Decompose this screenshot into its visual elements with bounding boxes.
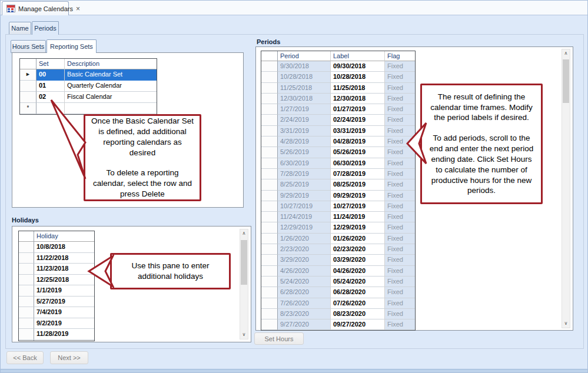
label-cell[interactable]: 02/24/2019 xyxy=(331,115,385,125)
table-row[interactable]: 10/28/2018 10/28/2018 Fixed xyxy=(261,72,415,82)
row-selector-arrow[interactable] xyxy=(20,92,36,103)
table-row[interactable]: 2/23/2020 02/23/2020 Fixed xyxy=(261,244,415,255)
table-row[interactable]: 12/30/2018 12/30/2018 Fixed xyxy=(261,94,415,104)
table-row[interactable]: 8/25/2019 08/25/2019 Fixed xyxy=(261,179,415,190)
table-row[interactable]: 4/28/2019 04/28/2019 Fixed xyxy=(261,136,415,147)
row-selector[interactable] xyxy=(261,277,278,287)
holiday-cell[interactable]: 12/25/2018 xyxy=(34,275,94,286)
back-button[interactable]: << Back xyxy=(6,351,44,364)
row-selector[interactable] xyxy=(19,253,34,264)
row-selector[interactable] xyxy=(261,309,278,319)
tab-reporting-sets[interactable]: Reporting Sets xyxy=(46,39,97,53)
label-cell[interactable]: 11/24/2019 xyxy=(331,212,385,222)
set-cell[interactable]: 00 xyxy=(36,69,65,81)
row-selector[interactable] xyxy=(261,287,278,298)
table-row[interactable]: 5/26/2019 05/26/2019 Fixed xyxy=(261,147,415,158)
new-row-marker[interactable]: * xyxy=(20,103,36,114)
next-button[interactable]: Next >> xyxy=(50,351,88,364)
row-selector[interactable] xyxy=(261,147,278,158)
new-row[interactable]: * xyxy=(20,103,157,114)
row-selector[interactable] xyxy=(261,83,278,94)
table-row[interactable]: 11/25/2018 11/25/2018 Fixed xyxy=(261,83,415,94)
label-cell[interactable]: 08/23/2020 xyxy=(331,309,385,319)
scroll-up-icon[interactable]: ∧ xyxy=(240,229,248,238)
label-cell[interactable]: 02/23/2020 xyxy=(331,244,385,255)
holiday-cell[interactable]: 7/4/2019 xyxy=(34,307,94,318)
table-row[interactable]: 11/22/2018 xyxy=(19,253,94,264)
row-selector[interactable] xyxy=(261,222,278,233)
row-selector[interactable] xyxy=(261,234,278,244)
table-row[interactable]: 1/27/2019 01/27/2019 Fixed xyxy=(261,104,415,115)
row-selector[interactable] xyxy=(261,212,278,222)
table-row[interactable]: 10/27/2019 10/27/2019 Fixed xyxy=(261,201,415,212)
label-cell[interactable]: 01/26/2020 xyxy=(331,234,385,244)
label-cell[interactable]: 12/29/2019 xyxy=(331,222,385,233)
table-row[interactable]: ► 00 Basic Calendar Set xyxy=(20,69,157,81)
holidays-scrollbar[interactable]: ∧ ∨ xyxy=(240,229,248,339)
label-cell[interactable]: 11/25/2018 xyxy=(331,83,385,94)
row-selector[interactable] xyxy=(19,329,34,340)
label-cell[interactable]: 04/26/2020 xyxy=(331,266,385,277)
scroll-down-icon[interactable]: ∨ xyxy=(562,319,570,328)
table-row[interactable]: 9/30/2018 09/30/2018 Fixed xyxy=(261,61,415,72)
row-selector[interactable] xyxy=(261,319,278,330)
tab-name[interactable]: Name xyxy=(9,22,31,35)
label-cell[interactable]: 08/25/2019 xyxy=(331,179,385,190)
row-selector[interactable] xyxy=(19,242,34,253)
label-cell[interactable]: 09/30/2018 xyxy=(331,61,385,72)
tab-hours-sets[interactable]: Hours Sets xyxy=(11,40,46,53)
table-row[interactable]: 12/29/2019 12/29/2019 Fixed xyxy=(261,222,415,233)
label-cell[interactable]: 01/27/2019 xyxy=(331,104,385,115)
table-row[interactable]: 10/8/2018 xyxy=(19,242,94,253)
table-row[interactable]: 9/29/2019 09/29/2019 Fixed xyxy=(261,191,415,201)
scroll-down-icon[interactable]: ∨ xyxy=(240,331,248,339)
periods-scrollbar[interactable]: ∧ ∨ xyxy=(562,49,570,328)
holiday-cell[interactable]: 9/2/2019 xyxy=(34,318,94,329)
holiday-cell[interactable]: 11/29/2019 xyxy=(34,340,94,342)
table-row[interactable]: 5/27/2019 xyxy=(19,297,94,308)
table-row[interactable]: 3/31/2019 03/31/2019 Fixed xyxy=(261,126,415,136)
label-cell[interactable]: 09/27/2020 xyxy=(331,319,385,330)
table-row[interactable]: 7/28/2019 07/28/2019 Fixed xyxy=(261,169,415,179)
table-row[interactable]: 6/28/2020 06/28/2020 Fixed xyxy=(261,287,415,298)
close-icon[interactable]: × xyxy=(76,5,80,12)
table-row[interactable]: 11/24/2019 11/24/2019 Fixed xyxy=(261,212,415,222)
row-selector[interactable] xyxy=(261,115,278,125)
row-selector[interactable] xyxy=(261,255,278,265)
table-row[interactable]: 1/26/2020 01/26/2020 Fixed xyxy=(261,234,415,244)
holiday-cell[interactable]: 11/28/2019 xyxy=(34,329,94,340)
label-cell[interactable]: 06/28/2020 xyxy=(331,287,385,298)
scroll-up-icon[interactable]: ∧ xyxy=(562,49,570,58)
holiday-cell[interactable]: 10/8/2018 xyxy=(34,242,94,253)
document-tab-manage-calendars[interactable]: Manage Calendars × xyxy=(2,1,69,15)
row-selector[interactable] xyxy=(261,61,278,72)
scrollbar-thumb[interactable] xyxy=(241,240,247,285)
label-cell[interactable]: 07/28/2019 xyxy=(331,169,385,179)
holiday-cell[interactable]: 11/23/2018 xyxy=(34,264,94,275)
label-cell[interactable]: 03/31/2019 xyxy=(331,126,385,136)
table-row[interactable]: 1/1/2019 xyxy=(19,285,94,297)
row-selector-arrow[interactable] xyxy=(20,81,36,92)
label-cell[interactable]: 10/27/2019 xyxy=(331,201,385,212)
row-selector[interactable] xyxy=(261,201,278,212)
row-selector[interactable] xyxy=(19,307,34,318)
table-row[interactable]: 7/26/2020 07/26/2020 Fixed xyxy=(261,298,415,309)
label-cell[interactable]: 12/30/2018 xyxy=(331,94,385,104)
row-selector[interactable] xyxy=(261,179,278,190)
row-selector[interactable] xyxy=(261,72,278,82)
table-row[interactable]: 11/23/2018 xyxy=(19,264,94,275)
table-row[interactable]: 5/24/2020 05/24/2020 Fixed xyxy=(261,277,415,287)
description-cell[interactable]: Basic Calendar Set xyxy=(65,69,157,81)
row-selector[interactable] xyxy=(19,340,34,342)
row-selector[interactable] xyxy=(261,169,278,179)
row-selector[interactable] xyxy=(261,191,278,201)
label-cell[interactable]: 10/28/2018 xyxy=(331,72,385,82)
holiday-cell[interactable]: 1/1/2019 xyxy=(34,285,94,297)
row-selector-arrow[interactable]: ► xyxy=(20,69,36,81)
label-cell[interactable]: 05/24/2020 xyxy=(331,277,385,287)
table-row[interactable]: 2/24/2019 02/24/2019 Fixed xyxy=(261,115,415,125)
label-cell[interactable]: 05/26/2019 xyxy=(331,147,385,158)
row-selector[interactable] xyxy=(261,136,278,147)
table-row[interactable]: 3/29/2020 03/29/2020 Fixed xyxy=(261,255,415,265)
row-selector[interactable] xyxy=(19,285,34,297)
